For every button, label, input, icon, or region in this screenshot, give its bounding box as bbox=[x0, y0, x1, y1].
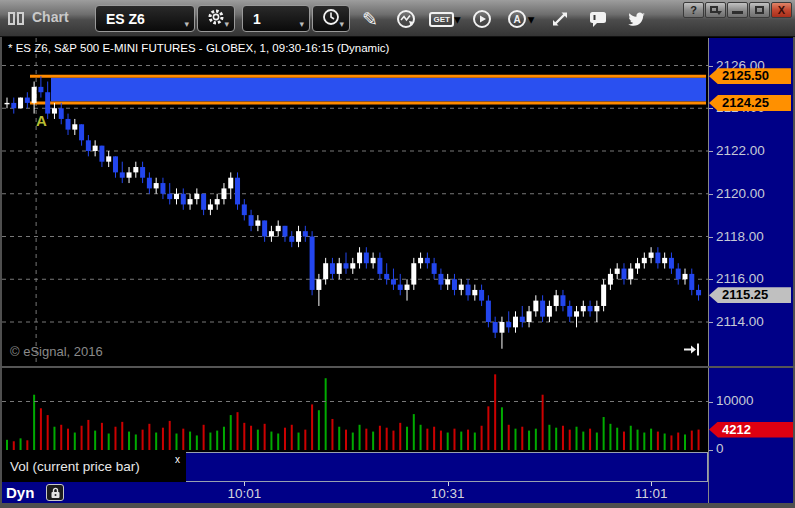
price-tag: 2115.25 bbox=[709, 287, 791, 303]
svg-text:A: A bbox=[36, 112, 47, 129]
maximize-button[interactable] bbox=[749, 2, 770, 18]
window-title: Chart bbox=[32, 9, 69, 25]
lock-icon bbox=[50, 487, 61, 499]
chevron-down-icon: ▾ bbox=[339, 20, 344, 28]
refresh-chart-icon bbox=[395, 8, 417, 30]
price-axis-tick bbox=[709, 108, 713, 109]
window-controls: ? X bbox=[682, 2, 792, 19]
time-axis-label: 10:01 bbox=[227, 486, 261, 501]
titlebar: Chart ES Z6 ▾ ▾ 1 ▾ bbox=[0, 0, 795, 37]
pencil-icon: ✎ bbox=[362, 10, 378, 29]
volume-study-label: Vol (current price bar) bbox=[10, 459, 140, 474]
restore-menu-button[interactable] bbox=[705, 2, 726, 18]
study-label-spacer bbox=[186, 452, 708, 482]
window-border-left bbox=[0, 37, 2, 508]
candlestick-chart-canvas[interactable]: A bbox=[2, 38, 708, 367]
get-data-button[interactable]: GET ▾ bbox=[428, 7, 462, 31]
go-to-last-bar-icon[interactable] bbox=[683, 342, 700, 361]
interval-combo[interactable]: 1 ▾ bbox=[242, 5, 310, 32]
app-icon bbox=[8, 12, 26, 26]
price-tag: 2124.25 bbox=[709, 95, 791, 111]
chevron-down-icon: ▾ bbox=[454, 12, 461, 27]
symbol-settings-button[interactable]: ▾ bbox=[197, 5, 235, 32]
share-arrows-icon bbox=[549, 8, 571, 30]
help-button[interactable]: ? bbox=[683, 2, 704, 18]
alerts-button[interactable]: A ▾ bbox=[506, 7, 534, 31]
price-axis-label: 2122.00 bbox=[716, 143, 765, 159]
volume-study-label-box: Vol (current price bar) x bbox=[2, 452, 186, 482]
volume-axis-tick bbox=[709, 402, 713, 403]
copyright-label: © eSignal, 2016 bbox=[10, 344, 103, 359]
price-axis-tick bbox=[709, 279, 713, 280]
chat-bubble-icon bbox=[586, 8, 610, 30]
price-axis-tick bbox=[709, 237, 713, 238]
a-circle-icon: A bbox=[506, 8, 528, 30]
window-border-bottom bbox=[0, 503, 795, 508]
reload-chart-button[interactable] bbox=[392, 7, 420, 31]
time-axis[interactable]: Dyn 10:0110:3111:01 bbox=[2, 482, 708, 503]
chevron-down-icon: ▾ bbox=[184, 20, 189, 28]
volume-chart-canvas[interactable] bbox=[2, 368, 708, 452]
chevron-down-icon: ▾ bbox=[224, 20, 229, 28]
interval-value: 1 bbox=[253, 11, 261, 27]
time-axis-label: 10:31 bbox=[431, 486, 465, 501]
close-study-icon[interactable]: x bbox=[175, 454, 180, 465]
time-axis-tick bbox=[651, 482, 652, 486]
price-axis[interactable]: 2126.002124.002122.002120.002118.002116.… bbox=[708, 38, 795, 503]
volume-axis-label: 10000 bbox=[716, 393, 754, 409]
price-tag: 2125.50 bbox=[709, 68, 791, 84]
help-icon: ? bbox=[690, 4, 697, 16]
replay-button[interactable] bbox=[468, 7, 496, 31]
twitter-button[interactable] bbox=[622, 7, 650, 31]
price-axis-label: 2120.00 bbox=[716, 186, 765, 202]
price-axis-tick bbox=[709, 66, 713, 67]
price-axis-tick bbox=[709, 194, 713, 195]
chart-header-title: * ES Z6, S&P 500 E-MINI FUTURES - GLOBEX… bbox=[8, 42, 389, 54]
twitter-bird-icon bbox=[624, 8, 648, 30]
volume-axis-tick bbox=[709, 450, 713, 451]
get-icon: GET bbox=[429, 12, 453, 27]
clock-icon bbox=[321, 7, 341, 31]
draw-tool-button[interactable]: ✎ bbox=[356, 7, 384, 31]
svg-text:A: A bbox=[513, 14, 520, 25]
price-pane[interactable]: A * ES Z6, S&P 500 E-MINI FUTURES - GLOB… bbox=[2, 38, 708, 367]
time-axis-label: 11:01 bbox=[635, 486, 668, 501]
maximize-icon bbox=[755, 6, 764, 14]
lock-button[interactable] bbox=[46, 484, 64, 501]
volume-pane[interactable] bbox=[2, 368, 708, 452]
volume-axis-label: 0 bbox=[716, 441, 724, 457]
price-axis-tick bbox=[709, 322, 713, 323]
time-axis-tick bbox=[448, 482, 449, 486]
chat-button[interactable] bbox=[584, 7, 612, 31]
price-axis-tick bbox=[709, 151, 713, 152]
pane-divider[interactable] bbox=[0, 366, 795, 368]
chevron-down-icon: ▾ bbox=[299, 20, 304, 28]
chevron-down-icon: ▾ bbox=[528, 12, 535, 27]
minimize-icon bbox=[732, 11, 743, 14]
gear-icon bbox=[206, 7, 226, 31]
close-icon: X bbox=[778, 4, 785, 16]
share-button[interactable] bbox=[546, 7, 574, 31]
price-axis-label: 2116.00 bbox=[716, 271, 764, 287]
close-button[interactable]: X bbox=[771, 2, 792, 18]
time-axis-tick bbox=[244, 482, 245, 486]
symbol-combo[interactable]: ES Z6 ▾ bbox=[95, 5, 195, 32]
time-template-button[interactable]: ▾ bbox=[312, 5, 350, 32]
price-axis-label: 2118.00 bbox=[716, 229, 764, 245]
price-axis-label: 2114.00 bbox=[716, 314, 764, 330]
play-icon bbox=[471, 8, 493, 30]
volume-tag: 4212 bbox=[709, 422, 795, 438]
symbol-value: ES Z6 bbox=[106, 11, 145, 27]
minimize-button[interactable] bbox=[727, 2, 748, 18]
chart-window: Chart ES Z6 ▾ ▾ 1 ▾ bbox=[0, 0, 795, 508]
dynamic-mode-label: Dyn bbox=[6, 484, 34, 501]
